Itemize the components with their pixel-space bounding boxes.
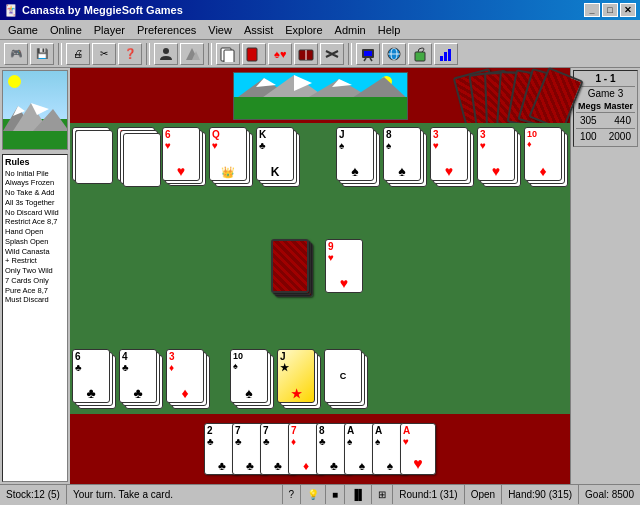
opp-meld-3hearts2[interactable]: 3♥♥ <box>477 127 521 187</box>
toolbar-shuffle[interactable] <box>320 43 344 65</box>
close-button[interactable]: ✕ <box>620 3 636 17</box>
minimize-button[interactable]: _ <box>584 3 600 17</box>
toolbar-save[interactable]: 💾 <box>30 43 54 65</box>
score-headers: Megs Master <box>576 100 635 113</box>
status-bar: Stock:12 (5) Your turn. Take a card. ? 💡… <box>0 484 640 504</box>
rule-5: No Discard Wild <box>5 208 65 218</box>
svg-rect-20 <box>448 49 451 61</box>
status-help-btn[interactable]: ? <box>283 485 302 504</box>
opp-meld-jspades[interactable]: J♠♠ <box>336 127 380 187</box>
menu-view[interactable]: View <box>202 22 238 38</box>
toolbar-sep3 <box>208 43 212 65</box>
rule-2: Always Frozen <box>5 178 65 188</box>
status-hand: Hand:90 (315) <box>502 485 579 504</box>
maximize-button[interactable]: □ <box>602 3 618 17</box>
status-stop-btn[interactable]: ■ <box>326 485 345 504</box>
toolbar-bag[interactable] <box>408 43 432 65</box>
opp-meld-3spades[interactable]: 3♠♠ <box>72 127 114 185</box>
opp-meld-kclubs[interactable]: K♣K <box>256 127 300 185</box>
toolbar-chart[interactable] <box>434 43 458 65</box>
draw-pile[interactable] <box>271 239 315 299</box>
game-number: Game 3 <box>576 87 635 100</box>
status-anim1[interactable]: ▐▌ <box>345 485 372 504</box>
rule-1: No Initial Pile <box>5 169 65 179</box>
opp-meld-6hearts[interactable]: 6♥♥ <box>162 127 206 185</box>
title-text: Canasta by MeggieSoft Games <box>22 4 183 16</box>
menu-assist[interactable]: Assist <box>238 22 279 38</box>
score-v3: 100 <box>580 131 597 142</box>
rule-11: Only Two Wild <box>5 266 65 276</box>
toolbar-sep4 <box>348 43 352 65</box>
left-panel: Rules No Initial Pile Always Frozen No T… <box>0 68 70 484</box>
svg-text:♥: ♥ <box>280 48 287 60</box>
svg-rect-11 <box>364 51 372 56</box>
player-hand-area: 2♣♣ 7♣♣ 7♣♣ 7♦♦ 8♣♣ A♠♠ A♠♠ <box>70 414 570 484</box>
toolbar-print[interactable]: 🖨 <box>66 43 90 65</box>
game-record: 1 - 1 <box>576 73 635 87</box>
toolbar-new[interactable]: 🎮 <box>4 43 28 65</box>
status-stock: Stock:12 (5) <box>0 485 67 504</box>
toolbar-player[interactable] <box>154 43 178 65</box>
status-goal: Goal: 8500 <box>579 485 640 504</box>
toolbar-deal[interactable] <box>294 43 318 65</box>
toolbar-globe[interactable] <box>382 43 406 65</box>
opp-meld-qhearts[interactable]: Q♥👑 <box>209 127 253 185</box>
toolbar-cut[interactable]: ✂ <box>92 43 116 65</box>
opponent-hand <box>459 72 550 126</box>
opp-meld-hearts[interactable]: 5♥♥ <box>117 127 159 185</box>
toolbar-cards1[interactable] <box>216 43 240 65</box>
menu-preferences[interactable]: Preferences <box>131 22 202 38</box>
opp-meld-3hearts[interactable]: 3♥♥ <box>430 127 474 187</box>
svg-rect-17 <box>415 52 425 61</box>
player-meld-6clubs[interactable]: 6♣♣ <box>72 349 116 409</box>
menu-online[interactable]: Online <box>44 22 88 38</box>
score-v4: 2000 <box>609 131 631 142</box>
toolbar-help[interactable]: ❓ <box>118 43 142 65</box>
player-meld-10spades[interactable]: 10♠♠ <box>230 349 274 409</box>
toolbar-sep1 <box>58 43 62 65</box>
toolbar-cards2[interactable] <box>242 43 266 65</box>
toolbar-cards3[interactable]: ♠♥ <box>268 43 292 65</box>
player-meld-3diamonds[interactable]: 3♦♦ <box>166 349 210 409</box>
rules-box: Rules No Initial Pile Always Frozen No T… <box>2 154 68 482</box>
toolbar-mountain[interactable] <box>180 43 204 65</box>
app-icon: 🃏 <box>4 4 18 17</box>
svg-point-0 <box>163 48 169 54</box>
menu-game[interactable]: Game <box>2 22 44 38</box>
menu-player[interactable]: Player <box>88 22 131 38</box>
menu-explore[interactable]: Explore <box>279 22 328 38</box>
opp-meld-10diamonds[interactable]: 10♦♦ <box>524 127 568 187</box>
rule-14: Must Discard <box>5 295 65 305</box>
toolbar: 🎮 💾 🖨 ✂ ❓ ♠♥ <box>0 40 640 68</box>
rule-7: Hand Open <box>5 227 65 237</box>
rule-10: + Restrict <box>5 256 65 266</box>
player-cards: 2♣♣ 7♣♣ 7♣♣ 7♦♦ 8♣♣ A♠♠ A♠♠ <box>204 423 436 475</box>
score-v1: 305 <box>580 115 597 126</box>
svg-rect-18 <box>440 56 443 61</box>
rules-title: Rules <box>5 157 65 169</box>
hand-card-8[interactable]: A♥♥ <box>400 423 436 475</box>
toolbar-tv[interactable] <box>356 43 380 65</box>
player-melds-center: 10♠♠ J★★ C <box>230 349 368 409</box>
svg-rect-4 <box>224 50 234 62</box>
menu-admin[interactable]: Admin <box>329 22 372 38</box>
svg-line-12 <box>364 58 366 61</box>
player-meld-canasta[interactable]: C <box>324 349 368 409</box>
score-v2: 440 <box>614 115 631 126</box>
score-row-1: 305 440 <box>576 113 635 128</box>
rule-9: Wild Canasta <box>5 247 65 257</box>
status-hint-btn[interactable]: 💡 <box>301 485 326 504</box>
status-anim2[interactable]: ⊞ <box>372 485 393 504</box>
svg-line-13 <box>370 58 372 61</box>
scene-image <box>2 70 68 150</box>
rule-3: No Take & Add <box>5 188 65 198</box>
opp-meld-8spades[interactable]: 8♠♠ <box>383 127 427 187</box>
status-open: Open <box>465 485 502 504</box>
rule-4: All 3s Together <box>5 198 65 208</box>
rule-12: 7 Cards Only <box>5 276 65 286</box>
player-meld-4clubs[interactable]: 4♣♣ <box>119 349 163 409</box>
player-meld-jspades[interactable]: J★★ <box>277 349 321 409</box>
score-row-2: 100 2000 <box>576 128 635 144</box>
menu-help[interactable]: Help <box>372 22 407 38</box>
discard-pile[interactable]: 9♥♥ <box>325 239 369 299</box>
